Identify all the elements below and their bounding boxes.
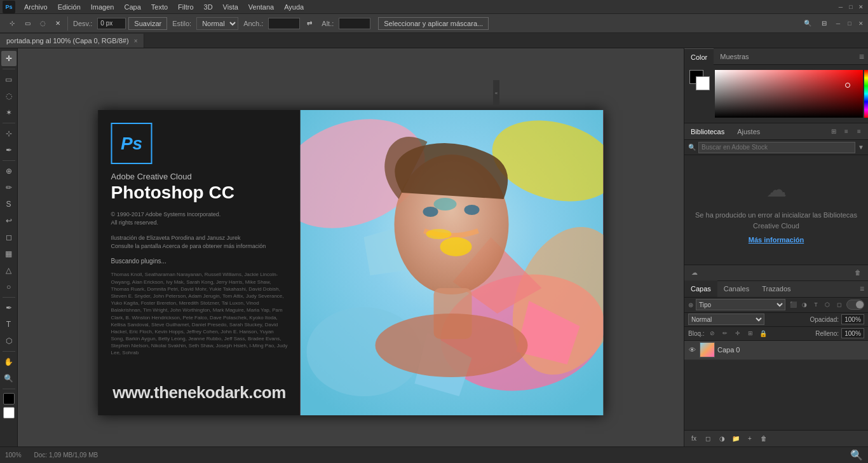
maximize-button[interactable]: □ [846,3,855,11]
filter-adj-btn[interactable]: ◑ [799,300,810,310]
tab-capas[interactable]: Capas [684,280,717,297]
blend-mode-select[interactable]: Normal [688,314,764,325]
tool-brush[interactable]: ✏ [1,180,17,195]
lib-more-btn[interactable]: ≡ [854,127,864,137]
filter-type-btn[interactable]: T [811,300,821,310]
doc-tab[interactable]: portada.png al 100% (Capa 0, RGB/8#) × [0,34,144,48]
filter-pixel-btn[interactable]: ⬛ [788,300,798,310]
tab-color[interactable]: Color [684,48,714,65]
tool-marquee[interactable]: ▭ [1,72,17,87]
relleno-input[interactable] [841,328,864,338]
close-button[interactable]: ✕ [857,3,865,11]
filter-type-select[interactable]: Tipo [696,299,785,310]
layer-group-btn[interactable]: 📁 [730,433,742,445]
menu-ayuda[interactable]: Ayuda [279,0,309,14]
layer-fx-btn[interactable]: fx [688,433,700,445]
libraries-tab-label[interactable]: Bibliotecas [684,128,731,135]
tool-stamp[interactable]: S [1,197,17,212]
status-search-btn[interactable]: 🔍 [850,449,863,461]
minimize-button[interactable]: ─ [836,3,845,11]
toolbar-selection-btn3[interactable]: ◌ [36,17,50,31]
panel-close-btn[interactable]: ✕ [857,19,865,28]
workspace-btn[interactable]: ⊟ [817,17,831,31]
mask-button[interactable]: Seleccionar y aplicar máscara... [378,17,489,30]
lib-more-info-link[interactable]: Más información [749,236,804,244]
color-gradient[interactable] [715,70,863,118]
tool-lasso[interactable]: ◌ [1,88,17,104]
tool-zoom[interactable]: 🔍 [1,371,17,386]
panel-collapse-btn[interactable]: « [493,80,499,106]
desvio-input[interactable] [97,18,126,29]
lock-all-btn[interactable]: 🔒 [758,328,768,338]
lib-trash-btn[interactable]: 🗑 [853,268,863,278]
tool-move[interactable]: ✛ [1,51,17,66]
menu-texto[interactable]: Texto [146,0,173,14]
toolbar-selection-btn1[interactable]: ⊹ [5,17,19,31]
color-picker-area[interactable] [715,70,863,118]
layer-visibility-btn[interactable]: 👁 [687,345,697,355]
layers-more-btn[interactable]: ≡ [856,284,868,293]
lib-list-btn[interactable]: ≡ [841,127,851,137]
background-color[interactable] [3,407,15,418]
lib-grid-btn[interactable]: ⊞ [829,127,839,137]
layer-mask-btn[interactable]: ◻ [702,433,714,445]
estilo-select[interactable]: Normal [196,17,238,30]
tool-eyedropper[interactable]: ✒ [1,142,17,158]
foreground-color[interactable] [3,393,15,404]
swap-dimensions-btn[interactable]: ⇄ [302,17,316,31]
panel-minimize-btn[interactable]: ─ [834,19,843,28]
ancho-input[interactable] [268,18,300,29]
layer-row-0[interactable]: 👁 Capa 0 [684,341,868,360]
doc-tab-close[interactable]: × [134,38,138,45]
background-color-swatch[interactable] [696,76,710,90]
tool-pen[interactable]: ✒ [1,300,17,315]
lib-cloud-btn[interactable]: ☁ [689,268,700,278]
layer-adj-btn[interactable]: ◑ [716,433,728,445]
menu-capa[interactable]: Capa [119,0,146,14]
opacity-input[interactable] [841,314,864,324]
menu-vista[interactable]: Vista [218,0,243,14]
lock-artboard-btn[interactable]: ⊞ [745,328,756,338]
menu-ventana[interactable]: Ventana [243,0,279,14]
menu-archivo[interactable]: Archivo [19,0,53,14]
tool-dodge[interactable]: ○ [1,279,17,294]
tool-heal[interactable]: ⊕ [1,163,17,179]
filter-smart-btn[interactable]: ◻ [834,300,844,310]
ajustes-tab-label[interactable]: Ajustes [731,128,766,135]
tool-hand[interactable]: ✋ [1,354,17,370]
toolbar-selection-btn4[interactable]: ✕ [51,17,65,31]
tool-text[interactable]: T [1,317,17,332]
suavizar-button[interactable]: Suavizar [128,17,167,30]
canvas-area[interactable]: Ps Adobe Creative Cloud Photoshop CC © 1… [18,48,684,446]
layer-delete-btn[interactable]: 🗑 [758,433,770,445]
filter-toggle[interactable] [846,300,864,310]
tool-history[interactable]: ↩ [1,213,17,228]
tab-trazados[interactable]: Trazados [756,280,797,297]
tab-canales[interactable]: Canales [717,280,756,297]
tool-wand[interactable]: ✶ [1,105,17,120]
color-spectrum[interactable] [864,70,868,118]
library-search-input[interactable] [698,142,855,153]
tool-crop[interactable]: ⊹ [1,126,17,141]
search-toolbar-btn[interactable]: 🔍 [801,17,815,31]
lock-transparent-btn[interactable]: ⊘ [707,328,717,338]
alt-input[interactable] [339,18,370,29]
filter-shape-btn[interactable]: ⬡ [822,300,832,310]
menu-3d[interactable]: 3D [199,0,218,14]
tool-gradient[interactable]: ▦ [1,246,17,261]
lock-paint-btn[interactable]: ✏ [720,328,730,338]
tab-muestras[interactable]: Muestras [714,48,755,65]
lib-search-dropdown[interactable]: ▼ [858,144,864,151]
toolbar-selection-btn2[interactable]: ▭ [20,17,34,31]
layer-new-btn[interactable]: + [744,433,756,445]
menu-edicion[interactable]: Edición [53,0,86,14]
tool-eraser[interactable]: ◻ [1,230,17,245]
tool-shape[interactable]: ⬡ [1,333,17,349]
lock-position-btn[interactable]: ✛ [733,328,743,338]
menu-filtro[interactable]: Filtro [173,0,198,14]
menu-imagen[interactable]: Imagen [86,0,119,14]
color-panel-more[interactable]: ≡ [855,52,868,62]
document-canvas: Ps Adobe Creative Cloud Photoshop CC © 1… [98,110,604,415]
panel-restore-btn[interactable]: □ [845,19,854,28]
tool-blur[interactable]: △ [1,263,17,278]
